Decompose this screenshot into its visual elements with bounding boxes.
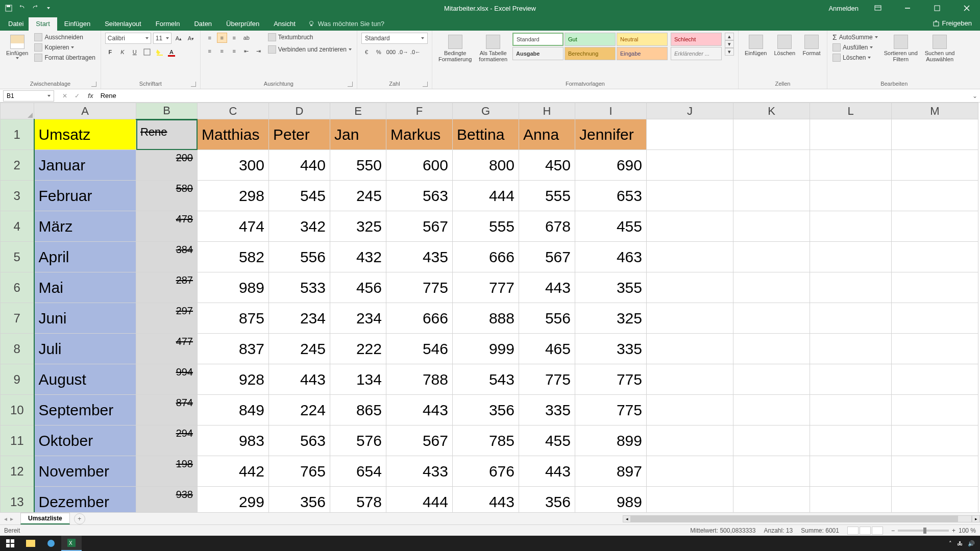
cell-A8[interactable]: Juli (34, 334, 136, 364)
cell-H9[interactable]: 775 (519, 364, 575, 395)
cell-B11[interactable]: 294 (136, 425, 198, 456)
close-icon[interactable] (957, 0, 977, 16)
cell-J10[interactable] (647, 395, 733, 425)
cell-K1[interactable] (733, 119, 810, 150)
cell-C10[interactable]: 849 (198, 395, 269, 425)
name-box[interactable]: B1 (3, 90, 54, 102)
style-gut[interactable]: Gut (565, 33, 616, 46)
cell-C11[interactable]: 983 (198, 425, 269, 456)
edge-icon[interactable] (41, 536, 61, 551)
cell-D1[interactable]: Peter (269, 119, 330, 150)
cell-L2[interactable] (810, 150, 892, 181)
cell-E4[interactable]: 325 (330, 211, 386, 242)
thousands-format-icon[interactable]: 000 (386, 47, 396, 57)
delete-cells-button[interactable]: Löschen (772, 33, 797, 58)
cell-D11[interactable]: 563 (269, 425, 330, 456)
view-pagelayout-icon[interactable] (860, 527, 871, 535)
cell-G11[interactable]: 785 (453, 425, 519, 456)
sort-filter-button[interactable]: Sortieren und Filtern (882, 33, 920, 64)
cell-G9[interactable]: 543 (453, 364, 519, 395)
cell-L8[interactable] (810, 334, 892, 364)
style-gallery-scroll[interactable]: ▴▾▾ (725, 33, 734, 56)
cell-B1[interactable]: Rene (136, 119, 198, 150)
view-pagebreak-icon[interactable] (872, 527, 883, 535)
cell-H7[interactable]: 556 (519, 303, 575, 334)
style-berechnung[interactable]: Berechnung (565, 47, 616, 60)
cell-H13[interactable]: 356 (519, 487, 575, 513)
cell-C6[interactable]: 989 (198, 272, 269, 303)
row-header-8[interactable]: 8 (1, 334, 34, 364)
row-header-5[interactable]: 5 (1, 242, 34, 272)
cell-A13[interactable]: Dezember (34, 487, 136, 513)
cell-E13[interactable]: 578 (330, 487, 386, 513)
cell-C8[interactable]: 837 (198, 334, 269, 364)
cell-H2[interactable]: 450 (519, 150, 575, 181)
cell-I10[interactable]: 775 (575, 395, 647, 425)
cell-L3[interactable] (810, 181, 892, 211)
number-format-select[interactable]: Standard (361, 33, 428, 44)
row-header-1[interactable]: 1 (1, 119, 34, 150)
cell-C2[interactable]: 300 (198, 150, 269, 181)
cut-button[interactable]: Ausschneiden (33, 33, 96, 42)
column-header-C[interactable]: C (198, 103, 269, 119)
cell-K8[interactable] (733, 334, 810, 364)
style-erklarender[interactable]: Erklärender ... (671, 47, 722, 60)
cell-E12[interactable]: 654 (330, 456, 386, 487)
cell-A10[interactable]: September (34, 395, 136, 425)
align-left-icon[interactable]: ≡ (205, 46, 215, 56)
excel-taskbar-icon[interactable]: X (61, 536, 82, 551)
border-button[interactable] (142, 47, 152, 57)
cell-F9[interactable]: 788 (386, 364, 453, 395)
scroll-left-icon[interactable]: ◂ (623, 515, 631, 522)
cell-D10[interactable]: 224 (269, 395, 330, 425)
column-header-H[interactable]: H (519, 103, 575, 119)
cell-C9[interactable]: 928 (198, 364, 269, 395)
cell-E5[interactable]: 432 (330, 242, 386, 272)
horizontal-scrollbar[interactable]: ◂ ▸ (623, 515, 980, 523)
share-button[interactable]: Freigeben (927, 18, 977, 29)
cell-K5[interactable] (733, 242, 810, 272)
cell-C4[interactable]: 474 (198, 211, 269, 242)
tab-view[interactable]: Ansicht (266, 17, 303, 31)
cell-A1[interactable]: Umsatz (34, 119, 136, 150)
cell-E1[interactable]: Jan (330, 119, 386, 150)
cell-K11[interactable] (733, 425, 810, 456)
cell-F7[interactable]: 666 (386, 303, 453, 334)
cell-H11[interactable]: 455 (519, 425, 575, 456)
dialog-launcher-icon[interactable] (191, 82, 196, 87)
format-cells-button[interactable]: Format (800, 33, 823, 58)
ribbon-options-icon[interactable] (868, 0, 888, 16)
cell-K10[interactable] (733, 395, 810, 425)
font-size-select[interactable]: 11 (153, 33, 172, 44)
fx-icon[interactable]: fx (85, 92, 96, 99)
cell-B8[interactable]: 477 (136, 334, 198, 364)
font-color-button[interactable]: A (166, 47, 177, 57)
cell-G8[interactable]: 999 (453, 334, 519, 364)
style-neutral[interactable]: Neutral (617, 33, 668, 46)
cell-I8[interactable]: 335 (575, 334, 647, 364)
find-select-button[interactable]: Suchen und Auswählen (923, 33, 957, 64)
cell-F1[interactable]: Markus (386, 119, 453, 150)
dialog-launcher-icon[interactable] (348, 82, 353, 87)
row-header-12[interactable]: 12 (1, 456, 34, 487)
cell-D9[interactable]: 443 (269, 364, 330, 395)
tab-review[interactable]: Überprüfen (219, 17, 266, 31)
cell-M11[interactable] (892, 425, 978, 456)
cell-I11[interactable]: 899 (575, 425, 647, 456)
increase-indent-icon[interactable]: ⇥ (254, 46, 264, 56)
scroll-right-icon[interactable]: ▸ (972, 515, 980, 522)
sheet-nav-first-icon[interactable]: ◂ (4, 515, 7, 522)
cell-B4[interactable]: 478 (136, 211, 198, 242)
cell-M1[interactable] (892, 119, 978, 150)
cell-H5[interactable]: 567 (519, 242, 575, 272)
cell-I13[interactable]: 989 (575, 487, 647, 513)
cell-styles-gallery[interactable]: Standard Gut Neutral Ausgabe Berechnung … (512, 33, 668, 60)
cell-K4[interactable] (733, 211, 810, 242)
column-header-J[interactable]: J (647, 103, 733, 119)
view-normal-icon[interactable] (847, 527, 859, 535)
cell-E11[interactable]: 576 (330, 425, 386, 456)
cell-M7[interactable] (892, 303, 978, 334)
style-eingabe[interactable]: Eingabe (617, 47, 668, 60)
italic-button[interactable]: K (117, 47, 128, 57)
tab-pagelayout[interactable]: Seitenlayout (97, 17, 149, 31)
